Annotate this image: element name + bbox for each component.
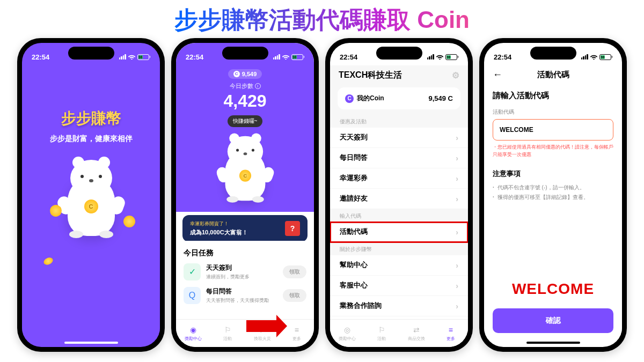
promo-card[interactable]: 幸運彩券開賣了！成為10,000C大富翁！ <box>182 215 308 242</box>
home-indicator <box>64 342 118 344</box>
welcome-stamp: WELCOME <box>493 280 613 298</box>
menu-icon: ≡ <box>292 325 302 335</box>
flag-icon: ⚐ <box>223 325 232 335</box>
claim-button[interactable]: 領取 <box>283 289 306 302</box>
tab-activities[interactable]: ⚐活動 <box>364 320 399 347</box>
wifi-icon <box>590 54 597 60</box>
section-label: 優惠及活動 <box>330 115 468 128</box>
chevron-right-icon: › <box>456 261 458 270</box>
page-title: 活動代碼 <box>537 70 569 80</box>
menu-item-invite[interactable]: 邀請好友› <box>330 189 468 209</box>
menu-item-quiz[interactable]: 每日問答› <box>330 148 468 168</box>
note-item: 獲得的優惠可移至【詳細記錄】查看。 <box>493 193 613 202</box>
chevron-right-icon: › <box>456 174 458 183</box>
phone-2: 22:54 38 C9,549 今日步數i 4,429 快賺錢囉~ <box>171 38 319 352</box>
coin-icon: ◉ <box>188 325 198 335</box>
battery-icon: 38 <box>137 54 151 60</box>
coin-icon <box>123 216 135 227</box>
task-row[interactable]: Q 每日問答天天答對問答，天天獲得獎勵 領取 <box>184 287 306 304</box>
gift-icon: ⇄ <box>412 325 421 335</box>
coin-value: 9,549 C <box>428 94 453 102</box>
checkin-icon: ✓ <box>184 263 201 280</box>
claim-button[interactable]: 領取 <box>283 265 306 278</box>
menu-item-lottery[interactable]: 幸運彩券› <box>330 168 468 189</box>
promo-code-screen: ←活動代碼 請輸入活動代碼 活動代碼 WELCOME ・您已經使用過具有相同優惠… <box>484 65 622 339</box>
status-time: 22:54 <box>186 53 203 61</box>
tab-rewards[interactable]: ◎獎勵中心 <box>330 320 364 347</box>
splash-title: 步步賺幣 <box>61 108 121 129</box>
status-time: 22:54 <box>32 53 49 61</box>
notch-icon <box>376 47 422 60</box>
tasks-title: 今日任務 <box>184 248 306 258</box>
note-item: 代碼不包含連字號 (-)，請一併輸入。 <box>493 183 613 193</box>
code-input[interactable]: WELCOME <box>493 119 613 141</box>
coin-balance-pill[interactable]: C9,549 <box>228 69 262 79</box>
info-icon[interactable]: i <box>255 83 261 89</box>
banner-text: 步步賺幣活動代碼賺取 Coin <box>174 6 470 33</box>
error-text: ・您已經使用過具有相同優惠的代碼！請注意，每個帳戶只能享受一次優惠 <box>493 144 613 158</box>
phone-3: 22:54 38 TEXCH科技生活⚙ C我的Coin 9,549 C 優惠及活… <box>325 38 473 352</box>
section-label: 關於步步賺幣 <box>330 242 468 255</box>
wifi-icon <box>128 54 135 60</box>
phone-1: 22:54 38 步步賺幣 步步是財富，健康來相伴 C <box>17 38 165 352</box>
prompt-label: 請輸入活動代碼 <box>493 91 613 101</box>
coin-icon: ◎ <box>342 325 352 335</box>
home-indicator <box>526 342 580 344</box>
mascot-icon: C <box>62 160 121 236</box>
chevron-right-icon: › <box>456 228 458 237</box>
banner: 步步賺幣活動代碼賺取 Coin <box>0 0 644 38</box>
splash-screen: 步步賺幣 步步是財富，健康來相伴 C <box>22 65 160 339</box>
flag-icon: ⚐ <box>377 325 386 335</box>
chevron-right-icon: › <box>456 154 458 162</box>
chevron-right-icon: › <box>456 134 458 142</box>
signal-icon <box>581 54 588 60</box>
notch-icon <box>68 47 114 60</box>
steps-value: 4,429 <box>176 91 314 111</box>
status-time: 22:54 <box>494 53 511 61</box>
coin-icon: C <box>345 94 354 103</box>
quiz-icon: Q <box>184 287 201 304</box>
more-menu-screen: TEXCH科技生活⚙ C我的Coin 9,549 C 優惠及活動 天天簽到› 每… <box>330 65 468 347</box>
signal-icon <box>427 54 434 60</box>
tabbar: ◎獎勵中心 ⚐活動 ⇄商品交換 ≡更多 <box>330 319 468 347</box>
notes-title: 注意事項 <box>493 169 613 179</box>
task-row[interactable]: ✓ 天天簽到連續簽到，獎勵更多 領取 <box>184 263 306 280</box>
speech-bubble: 快賺錢囉~ <box>228 115 263 127</box>
arrow-annotation-icon <box>246 320 277 332</box>
status-time: 22:54 <box>340 53 357 61</box>
field-label: 活動代碼 <box>493 108 613 116</box>
phones-row: 22:54 38 步步賺幣 步步是財富，健康來相伴 C <box>0 38 644 352</box>
signal-icon <box>273 54 280 60</box>
menu-icon: ≡ <box>446 325 456 335</box>
section-label: 輸入代碼 <box>330 209 468 222</box>
chevron-right-icon: › <box>456 302 458 311</box>
home-screen: C9,549 今日步數i 4,429 快賺錢囉~ C 幸運彩券開賣了！成為10,… <box>176 65 314 347</box>
coin-icon <box>42 256 54 266</box>
battery-icon: 38 <box>599 54 613 60</box>
menu-item-checkin[interactable]: 天天簽到› <box>330 128 468 148</box>
phone-4: 22:54 38 ←活動代碼 請輸入活動代碼 活動代碼 WELCOME ・您已經… <box>479 38 627 352</box>
wifi-icon <box>436 54 443 60</box>
page-title: TEXCH科技生活 <box>339 70 402 81</box>
back-icon[interactable]: ← <box>493 69 502 80</box>
envelope-icon <box>285 221 300 236</box>
tabbar: ◉獎勵中心 ⚐活動 ⇄換取火災 ≡更多 <box>176 319 314 347</box>
gear-icon[interactable]: ⚙ <box>452 70 459 80</box>
mascot-icon: C <box>220 136 270 201</box>
tab-exchange[interactable]: ⇄商品交換 <box>399 320 434 347</box>
battery-icon: 38 <box>291 54 305 60</box>
steps-label: 今日步數 <box>230 82 253 90</box>
menu-item-help[interactable]: 幫助中心› <box>330 255 468 276</box>
menu-item-promo-code[interactable]: 活動代碼› <box>330 222 468 242</box>
battery-icon: 38 <box>445 54 459 60</box>
splash-subtitle: 步步是財富，健康來相伴 <box>50 134 133 144</box>
tab-more[interactable]: ≡更多 <box>434 320 468 347</box>
menu-item-support[interactable]: 客服中心› <box>330 276 468 296</box>
coin-card[interactable]: C我的Coin 9,549 C <box>338 87 460 109</box>
tab-activities[interactable]: ⚐活動 <box>210 320 245 347</box>
menu-item-business[interactable]: 業務合作諮詢› <box>330 296 468 316</box>
chevron-right-icon: › <box>456 282 458 290</box>
signal-icon <box>119 54 126 60</box>
tab-rewards[interactable]: ◉獎勵中心 <box>176 320 210 347</box>
confirm-button[interactable]: 確認 <box>493 308 613 333</box>
